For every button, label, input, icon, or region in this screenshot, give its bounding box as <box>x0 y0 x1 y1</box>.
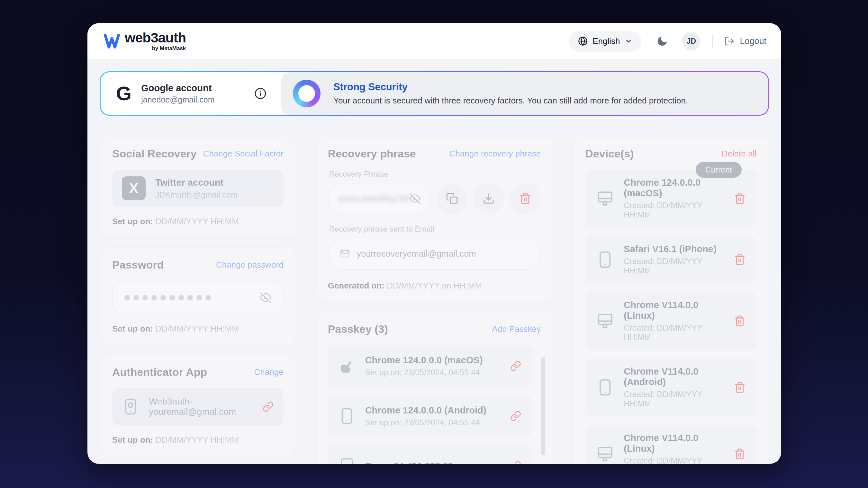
globe-icon <box>578 36 588 46</box>
recovery-email-label: Recovery phrase sent to Email <box>329 225 541 233</box>
recovery-phrase-field[interactable]: a1b2c3d4e5f6g7h8 <box>328 183 431 214</box>
device-name: Safari V16.1 (iPhone) <box>624 244 724 255</box>
device-row: Safari V16.1 (iPhone) Created: DD/MM/YYY… <box>585 236 756 283</box>
setup-on-label: Set up on: <box>112 217 153 226</box>
security-status-description: Your account is secured with three recov… <box>333 96 688 106</box>
change-password-link[interactable]: Change password <box>216 260 283 270</box>
dark-mode-toggle-moon-icon[interactable] <box>656 35 669 47</box>
download-phrase-button[interactable] <box>473 183 504 214</box>
link-icon[interactable] <box>510 410 522 422</box>
eye-off-icon[interactable] <box>260 292 271 303</box>
scrollbar[interactable] <box>541 357 545 455</box>
add-passkey-link[interactable]: Add Passkey <box>492 324 541 334</box>
logout-button[interactable]: Logout <box>724 36 767 46</box>
authenticator-title: Authenticator App <box>112 366 207 379</box>
authenticator-card: Authenticator App Change Web3auth-yourem… <box>100 355 296 456</box>
eye-off-icon[interactable] <box>409 193 421 204</box>
chevron-down-icon <box>625 37 632 45</box>
passkey-row: Chrome 124.0.0.0 (macOS) Set up on: 23/0… <box>328 345 532 387</box>
password-masked-dots <box>124 295 211 300</box>
copy-phrase-button[interactable] <box>437 183 467 214</box>
password-title: Password <box>112 259 164 271</box>
recovery-email-value: yourrecoveryemail@gmail.com <box>357 249 476 259</box>
recovery-phrase-label: Recovery Phrase <box>329 170 541 178</box>
account-title: Google account <box>141 83 214 94</box>
device-row: Chrome V114.0.0 (Android) Created: DD/MM… <box>585 359 756 416</box>
device-name: Chrome V114.0.0 (Android) <box>624 366 724 387</box>
change-recovery-phrase-link[interactable]: Change recovery phrase <box>450 149 541 159</box>
google-logo-icon: G <box>116 84 131 103</box>
copy-icon <box>446 192 458 205</box>
device-row: Chrome V114.0.0 (Linux) Created: DD/MM/Y… <box>585 292 756 350</box>
passkey-name: Chrome 124.0.0.0 (Android) <box>365 405 487 416</box>
unlink-icon[interactable] <box>262 401 274 413</box>
avatar[interactable]: JD <box>682 32 701 51</box>
recovery-phrase-masked: a1b2c3d4e5f6g7h8 <box>338 194 410 204</box>
info-icon[interactable] <box>254 87 267 100</box>
devices-list: Current Chrome 124.0.0.0 (macOS) Created… <box>585 170 756 464</box>
desktop-icon <box>596 445 614 463</box>
device-row: Chrome V114.0.0 (Linux) Created: DD/MM/Y… <box>585 425 756 464</box>
device-name: Chrome V114.0.0 (Linux) <box>624 300 724 321</box>
setup-on-value: DD/MM/YYYY HH:MM <box>155 324 239 333</box>
x-twitter-icon: X <box>122 176 146 200</box>
passkey-name: Rome 24.456.355.98 <box>365 461 453 464</box>
connected-account: G Google account janedoe@gmail.com <box>101 72 281 115</box>
app-header: web3auth by MetaMask English JD Logout <box>88 23 781 59</box>
authenticator-tile: Web3auth-youremail@gmal.com <box>112 388 283 425</box>
recovery-phrase-card: Recovery phrase Change recovery phrase R… <box>315 136 554 302</box>
generated-on-value: DD/MM/YYYY on HH:MM <box>387 281 482 290</box>
phone-icon <box>338 408 355 425</box>
recovery-email-field[interactable]: yourrecoveryemail@gmail.com <box>328 238 541 270</box>
twitter-account-tile: X Twitter account JDKmurthi@gmail.com <box>112 170 283 207</box>
authenticator-account: Web3auth-youremail@gmal.com <box>149 396 253 417</box>
device-name: Chrome V114.0.0 (Linux) <box>624 433 724 454</box>
security-strength-panel: Strong Security Your account is secured … <box>281 72 768 115</box>
setup-on-value: DD/MM/YYYY HH:MM <box>155 435 239 445</box>
trash-icon[interactable] <box>734 254 745 265</box>
device-row: Chrome 124.0.0.0 (macOS) Created: DD/MM/… <box>585 170 756 227</box>
trash-icon[interactable] <box>734 193 745 204</box>
passkey-setup: Set up on: 23/05/2024, 04:55:44 <box>365 368 483 377</box>
link-icon[interactable] <box>510 360 522 372</box>
language-selector[interactable]: English <box>569 31 641 52</box>
social-recovery-title: Social Recovery <box>112 148 197 160</box>
delete-phrase-button[interactable] <box>510 183 541 214</box>
logout-icon <box>724 36 735 46</box>
link-icon[interactable] <box>510 460 522 464</box>
tablet-icon <box>338 457 355 464</box>
content-grid: Social Recovery Change Social Factor X T… <box>100 136 769 464</box>
trash-icon[interactable] <box>734 448 745 460</box>
download-icon <box>483 192 495 205</box>
phone-icon <box>596 379 614 396</box>
passkey-card: Passkey (3) Add Passkey Chrome 124.0.0.0… <box>315 312 554 464</box>
delete-all-link[interactable]: Delete all <box>722 149 756 159</box>
generated-on-label: Generated on: <box>328 281 384 290</box>
device-created: Created: DD/MM/YYY HH:MM <box>624 323 724 342</box>
security-strength-ring-icon <box>293 80 320 107</box>
apple-icon <box>338 357 355 375</box>
passkey-list: Chrome 124.0.0.0 (macOS) Set up on: 23/0… <box>328 345 541 464</box>
trash-icon <box>519 192 531 205</box>
mail-icon <box>340 249 350 259</box>
setup-on-label: Set up on: <box>112 435 153 445</box>
change-social-factor-link[interactable]: Change Social Factor <box>203 149 283 159</box>
device-created: Created: DD/MM/YYY HH:MM <box>624 390 724 408</box>
brand-name: web3auth <box>125 31 186 45</box>
device-name: Chrome 124.0.0.0 (macOS) <box>624 177 724 199</box>
passkey-setup: Set up on: 23/05/2024, 04:55:44 <box>365 418 487 427</box>
device-created: Created: DD/MM/YYY HH:MM <box>624 257 724 275</box>
desktop-icon <box>596 190 614 207</box>
security-status-banner: G Google account janedoe@gmail.com Stron… <box>100 71 769 116</box>
password-field[interactable] <box>112 281 283 314</box>
main-card: web3auth by MetaMask English JD Logout <box>88 23 781 464</box>
trash-icon[interactable] <box>734 382 745 393</box>
brand-subtitle: by MetaMask <box>125 45 186 52</box>
passkey-row: Chrome 124.0.0.0 (Android) Set up on: 23… <box>328 395 532 437</box>
change-authenticator-link[interactable]: Change <box>254 367 283 377</box>
device-created: Created: DD/MM/YYY HH:MM <box>624 456 724 464</box>
social-recovery-card: Social Recovery Change Social Factor X T… <box>100 136 296 238</box>
trash-icon[interactable] <box>734 315 745 327</box>
header-divider <box>712 34 713 48</box>
passkey-row: Rome 24.456.355.98 <box>328 445 532 464</box>
